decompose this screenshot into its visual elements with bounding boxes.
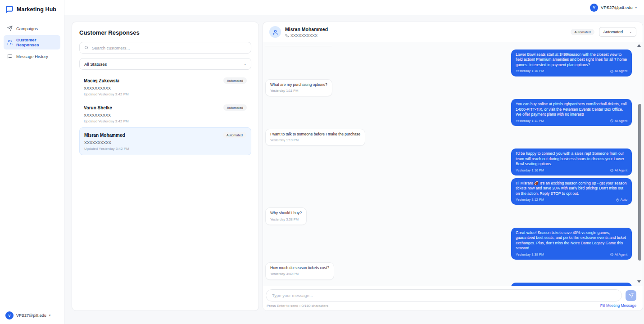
chat-header: Misran Mohammed XXXXXXXXXX Automated Aut…: [263, 22, 643, 42]
composer-hint: Press Enter to send • 0/160 characters: [267, 304, 328, 308]
message-tag: AI Agent: [610, 252, 627, 257]
search-box: [79, 42, 251, 54]
fill-meeting-message-link[interactable]: Fill Meeting Message: [600, 303, 636, 308]
clipped-message-bubble: [265, 46, 332, 46]
chat-message: How much do season tickets cost? Yesterd…: [265, 262, 632, 280]
chat-message: You can buy online at pittsburghpanthers…: [265, 99, 632, 126]
paper-plane-icon: [7, 26, 13, 31]
customer-list: Maciej Zukowski Automated XXXXXXXXXX Upd…: [79, 73, 251, 155]
sidebar-item-campaigns[interactable]: Campaigns: [4, 23, 60, 33]
sidebar-item-label: Message History: [16, 54, 48, 59]
user-menu[interactable]: V VPS27@pitt.edu ▾: [590, 4, 637, 12]
sidebar-nav: Campaigns Customer Responses Message His…: [0, 20, 64, 65]
send-button[interactable]: [626, 290, 636, 301]
customer-row[interactable]: Varun Shelke Automated XXXXXXXXXX Update…: [79, 100, 251, 127]
automation-mode-select[interactable]: Automated ⌄: [599, 27, 636, 37]
clock-icon: [616, 198, 619, 202]
message-timestamp: Yesterday 1:11 PM: [516, 119, 544, 123]
app-window: Marketing Hub Campaigns Customer Respons…: [0, 0, 644, 324]
message-text: How much do season tickets cost?: [270, 266, 329, 270]
automation-mode-value: Automated: [603, 30, 623, 34]
user-email: VPS27@pitt.edu: [601, 5, 632, 10]
message-timestamp: Yesterday 1:11 PM: [270, 89, 299, 93]
message-bubble-inbound: How much do season tickets cost? Yesterd…: [265, 262, 334, 280]
message-timestamp: Yesterday 1:13 PM: [270, 138, 299, 143]
customer-updated: Updated Yesterday 3:42 PM: [84, 119, 247, 123]
message-timestamp: Yesterday 3:40 PM: [270, 272, 299, 276]
message-bubble-outbound: Lower Bowl seats start at $499/season wi…: [511, 50, 632, 76]
message-text: I'd be happy to connect you with a sales…: [516, 151, 627, 166]
message-tag: Auto: [616, 198, 627, 202]
scroll-up-button[interactable]: [637, 44, 641, 47]
sidebar-item-customer-responses[interactable]: Customer Responses: [4, 35, 60, 50]
chat-message: Why should I buy? Yesterday 3:38 PM: [265, 207, 632, 225]
customer-phone: XXXXXXXXXX: [84, 113, 247, 117]
contact-phone: XXXXXXXXXX: [290, 33, 317, 38]
customer-updated: Updated Yesterday 3:42 PM: [84, 147, 246, 151]
status-filter-value: All Statuses: [84, 62, 107, 67]
customer-row[interactable]: Maciej Zukowski Automated XXXXXXXXXX Upd…: [79, 73, 251, 100]
avatar: V: [5, 311, 14, 320]
message-text: Great value! Season tickets save 40% vs …: [516, 230, 627, 251]
phone-icon: [285, 34, 289, 37]
automation-badge: Automated: [571, 29, 594, 35]
chat-bubble-icon: [5, 5, 14, 14]
sidebar-item-message-history[interactable]: Message History: [4, 51, 60, 61]
chat-panel: Misran Mohammed XXXXXXXXXX Automated Aut…: [263, 22, 643, 311]
message-bubble-inbound: What are my purchasing options? Yesterda…: [265, 79, 332, 97]
message-timestamp: Yesterday 1:16 PM: [516, 168, 544, 173]
chevron-down-icon: ▾: [635, 6, 637, 9]
message-input[interactable]: [266, 289, 622, 302]
chat-message: Season tickets start at $160 for general…: [265, 283, 632, 286]
message-timestamp: Yesterday 3:38 PM: [270, 217, 299, 222]
status-badge: Automated: [223, 132, 246, 138]
chat-message: Lower Bowl seats start at $499/season wi…: [265, 50, 632, 76]
message-bubble-outbound: Season tickets start at $160 for general…: [511, 283, 632, 286]
message-timestamp: Yesterday 1:10 PM: [516, 69, 544, 73]
search-icon: [84, 45, 89, 50]
sidebar-user-menu[interactable]: V VPS27@pitt.edu ▾: [0, 307, 64, 324]
scrollbar-thumb[interactable]: [638, 104, 641, 261]
avatar: V: [590, 4, 598, 12]
sidebar-item-label: Campaigns: [16, 26, 38, 31]
customer-name: Varun Shelke: [84, 105, 112, 110]
panel-title: Customer Responses: [79, 29, 251, 36]
message-timestamp: Yesterday 3:39 PM: [516, 252, 544, 257]
contact-avatar: [269, 26, 281, 38]
status-filter-select[interactable]: All Statuses ⌄: [79, 58, 251, 70]
search-input[interactable]: [92, 45, 246, 50]
customer-name: Misran Mohammed: [84, 133, 125, 138]
chat-message: Great value! Season tickets save 40% vs …: [265, 228, 632, 260]
message-bubble-inbound: Why should I buy? Yesterday 3:38 PM: [265, 207, 307, 225]
bot-icon: [610, 119, 613, 122]
customer-row-selected[interactable]: Misran Mohammed Automated XXXXXXXXXX Upd…: [79, 127, 251, 155]
send-icon: [629, 293, 634, 298]
scroll-down-button[interactable]: [637, 280, 641, 283]
chat-message-list: Lower Bowl seats start at $499/season wi…: [263, 42, 643, 286]
users-icon: [7, 40, 13, 45]
chat-message: What are my purchasing options? Yesterda…: [265, 79, 632, 97]
chat-message: I'd be happy to connect you with a sales…: [265, 148, 632, 176]
message-text: Season tickets start at $160 for general…: [516, 285, 627, 286]
message-tag: AI Agent: [610, 168, 627, 173]
chevron-down-icon: ⌄: [244, 62, 246, 66]
message-text: Lower Bowl seats start at $499/season wi…: [516, 52, 627, 68]
bot-icon: [610, 70, 613, 73]
message-bubble-outbound: Great value! Season tickets save 40% vs …: [511, 228, 632, 260]
bot-icon: [610, 253, 613, 256]
message-bubble-outbound: I'd be happy to connect you with a sales…: [511, 148, 632, 176]
customer-name: Maciej Zukowski: [84, 78, 119, 83]
customer-updated: Updated Yesterday 3:42 PM: [84, 92, 247, 96]
status-badge: Automated: [223, 77, 247, 84]
message-tag: AI Agent: [610, 119, 627, 123]
message-text: I want to talk to someone before I make …: [270, 132, 360, 137]
composer: Press Enter to send • 0/160 characters F…: [263, 286, 643, 310]
customer-panel: Customer Responses All Statuses ⌄ Maciej…: [72, 22, 259, 311]
message-text: Hi Misran! 🏈 It's an exciting season com…: [516, 181, 627, 196]
message-text: Why should I buy?: [270, 211, 302, 216]
contact-name: Misran Mohammed: [285, 27, 328, 32]
message-text: You can buy online at pittsburghpanthers…: [516, 102, 627, 117]
message-text: What are my purchasing options?: [270, 82, 327, 87]
message-timestamp: Yesterday 3:12 PM: [516, 198, 544, 202]
bot-icon: [610, 169, 613, 172]
